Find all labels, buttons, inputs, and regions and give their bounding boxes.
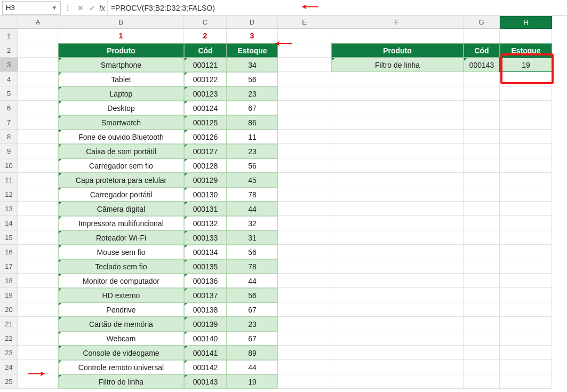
row-22[interactable]: 22Webcam00014067 (0, 331, 567, 346)
col-header-C[interactable]: C (184, 16, 227, 29)
t1-cell[interactable]: 000139 (184, 317, 227, 331)
t1-cell[interactable]: 23 (227, 86, 278, 101)
row-header-5[interactable]: 5 (0, 86, 18, 101)
t1-cell[interactable]: 000134 (184, 245, 227, 259)
t1-cell[interactable]: 000141 (184, 346, 227, 360)
row-14[interactable]: 14Impressora multifuncional00013232 (0, 216, 567, 230)
row-12[interactable]: 12Carregador portátil00013078 (0, 187, 567, 202)
t1-cell[interactable]: 000132 (184, 216, 227, 230)
t1-cell[interactable]: Desktop (58, 101, 184, 115)
row-header-8[interactable]: 8 (0, 130, 18, 144)
t1-cell[interactable]: 000140 (184, 331, 227, 346)
t1-cell[interactable]: Teclado sem fio (58, 259, 184, 274)
t1-cell[interactable]: 56 (227, 245, 278, 259)
row-24[interactable]: 24Controle remoto universal00014244 (0, 360, 567, 374)
t1-cell[interactable]: HD externo (58, 288, 184, 302)
t1-cell[interactable]: 000136 (184, 274, 227, 288)
row-header-19[interactable]: 19 (0, 288, 18, 302)
t1-cell[interactable]: 56 (227, 158, 278, 173)
row-header-3[interactable]: 3 (0, 58, 18, 72)
t1-cell[interactable]: 34 (227, 58, 278, 72)
row-header-13[interactable]: 13 (0, 202, 18, 216)
row-3[interactable]: 3 Smartphone 000121 34 Filtro de linha 0… (0, 58, 567, 72)
col-header-B[interactable]: B (58, 16, 184, 29)
spreadsheet-grid[interactable]: A B C D E F G H 1 1 2 3 2 Produto Cód Es… (0, 16, 567, 389)
t1-cell[interactable]: Fone de ouvido Bluetooth (58, 130, 184, 144)
t1-cell[interactable]: Carregador sem fio (58, 158, 184, 173)
t1-cell[interactable]: Caixa de som portátil (58, 144, 184, 158)
t1-cell[interactable]: 000137 (184, 288, 227, 302)
t1-cell[interactable]: Smartwatch (58, 115, 184, 130)
t2-cod[interactable]: 000143 (464, 58, 500, 72)
t1-cell[interactable]: 000124 (184, 101, 227, 115)
row-header-20[interactable]: 20 (0, 302, 18, 317)
t1-cell[interactable]: 000122 (184, 72, 227, 86)
t1-cell[interactable]: 000133 (184, 230, 227, 245)
t1-cell[interactable]: 78 (227, 259, 278, 274)
row-25[interactable]: 25Filtro de linha00014319 (0, 374, 567, 389)
row-header-1[interactable]: 1 (0, 29, 18, 43)
t1-cell[interactable]: 56 (227, 288, 278, 302)
row-10[interactable]: 10Carregador sem fio00012856 (0, 158, 567, 173)
row-8[interactable]: 8Fone de ouvido Bluetooth00012611 (0, 130, 567, 144)
row-21[interactable]: 21Cartão de memória00013923 (0, 317, 567, 331)
t2-header-cod[interactable]: Cód (464, 43, 500, 58)
row-11[interactable]: 11Capa protetora para celular00012945 (0, 173, 567, 187)
t1-cell[interactable]: Laptop (58, 86, 184, 101)
t1-cell[interactable]: 23 (227, 317, 278, 331)
t1-cell[interactable]: Monitor de computador (58, 274, 184, 288)
row-header-10[interactable]: 10 (0, 158, 18, 173)
row-header-9[interactable]: 9 (0, 144, 18, 158)
row-header-21[interactable]: 21 (0, 317, 18, 331)
row-header-14[interactable]: 14 (0, 216, 18, 230)
t1-cell[interactable]: Controle remoto universal (58, 360, 184, 374)
t1-header-cod[interactable]: Cód (184, 43, 227, 58)
cancel-icon[interactable]: ✕ (75, 2, 86, 14)
t2-produto[interactable]: Filtro de linha (331, 58, 464, 72)
row-header-22[interactable]: 22 (0, 331, 18, 346)
col-header-G[interactable]: G (464, 16, 500, 29)
row-header-7[interactable]: 7 (0, 115, 18, 130)
t1-cell[interactable]: Carregador portátil (58, 187, 184, 202)
row-6[interactable]: 6Desktop00012467 (0, 101, 567, 115)
row-18[interactable]: 18Monitor de computador00013644 (0, 274, 567, 288)
t2-header-estoque[interactable]: Estoque (500, 43, 552, 58)
t1-cell[interactable]: 11 (227, 130, 278, 144)
t1-cell[interactable]: 31 (227, 230, 278, 245)
t1-cell[interactable]: 89 (227, 346, 278, 360)
t1-cell[interactable]: Mouse sem fio (58, 245, 184, 259)
t1-cell[interactable]: Tablet (58, 72, 184, 86)
t1-cell[interactable]: 67 (227, 302, 278, 317)
row-17[interactable]: 17Teclado sem fio00013578 (0, 259, 567, 274)
t1-cell[interactable]: 19 (227, 374, 278, 389)
row-7[interactable]: 7Smartwatch00012586 (0, 115, 567, 130)
t1-cell[interactable]: 23 (227, 144, 278, 158)
row-header-15[interactable]: 15 (0, 230, 18, 245)
t1-cell[interactable]: 86 (227, 115, 278, 130)
t1-cell[interactable]: Filtro de linha (58, 374, 184, 389)
t1-cell[interactable]: Pendrive (58, 302, 184, 317)
formula-input[interactable] (108, 1, 567, 15)
col-header-F[interactable]: F (331, 16, 464, 29)
name-box[interactable]: H3 ▼ (2, 1, 61, 15)
row-4[interactable]: 4Tablet00012256 (0, 72, 567, 86)
col-header-D[interactable]: D (227, 16, 278, 29)
row-header-24[interactable]: 24 (0, 360, 18, 374)
col-header-A[interactable]: A (18, 16, 58, 29)
t1-cell[interactable]: 000125 (184, 115, 227, 130)
row-23[interactable]: 23Console de videogame00014189 (0, 346, 567, 360)
col-header-E[interactable]: E (278, 16, 331, 29)
col-header-H[interactable]: H (500, 16, 552, 29)
t1-cell[interactable]: 44 (227, 202, 278, 216)
row-15[interactable]: 15Roteador Wi-Fi00013331 (0, 230, 567, 245)
row-header-16[interactable]: 16 (0, 245, 18, 259)
t1-cell[interactable]: Roteador Wi-Fi (58, 230, 184, 245)
t1-cell[interactable]: Cartão de memória (58, 317, 184, 331)
t1-cell[interactable]: 44 (227, 274, 278, 288)
row-header-11[interactable]: 11 (0, 173, 18, 187)
t1-cell[interactable]: 44 (227, 360, 278, 374)
row-header-6[interactable]: 6 (0, 101, 18, 115)
select-all-corner[interactable] (0, 16, 18, 29)
row-header-23[interactable]: 23 (0, 346, 18, 360)
row-header-17[interactable]: 17 (0, 259, 18, 274)
